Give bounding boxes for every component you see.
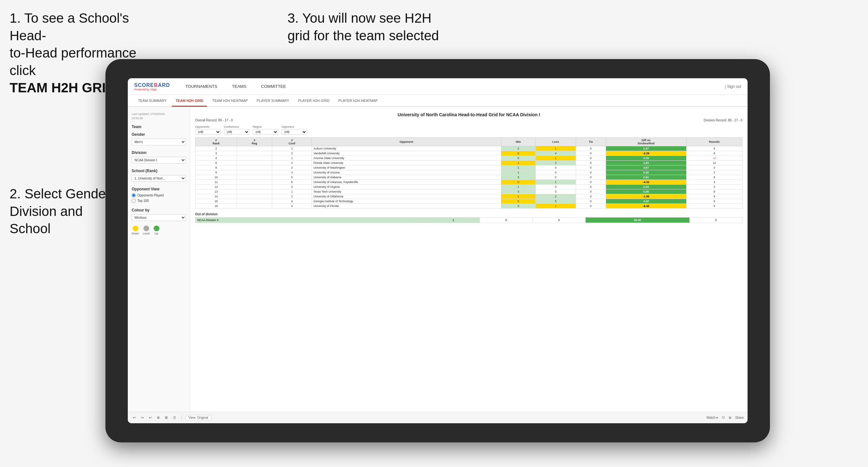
row-conf: 1	[272, 189, 312, 194]
row-reg	[237, 151, 272, 156]
annotation-3: 3. You will now see H2H grid for the tea…	[287, 9, 466, 44]
out-div-row: NCAA Division II 1 0 0 26.00 3	[195, 218, 742, 223]
colour-up: Up	[154, 225, 159, 235]
row-reg	[237, 180, 272, 185]
radio-top100[interactable]: Top 100	[132, 199, 186, 203]
row-diff: 2.33	[606, 185, 686, 189]
row-conf: 2	[272, 161, 312, 165]
row-loss: 5	[535, 199, 576, 204]
row-rounds: 2	[686, 170, 742, 175]
row-diff: 1.67	[606, 146, 686, 151]
row-win: 1	[501, 194, 535, 199]
toolbar-back[interactable]: ↩	[148, 415, 153, 421]
row-rounds: 17	[686, 156, 742, 161]
tab-team-summary[interactable]: TEAM SUMMARY	[134, 95, 170, 107]
data-records: Overall Record: 89 - 17 - 0 Division Rec…	[195, 119, 742, 122]
region-filter-select[interactable]: (All)	[253, 129, 278, 135]
opponent-filter-select[interactable]: (All)	[281, 129, 307, 135]
toolbar-clock[interactable]: ⏱	[172, 415, 178, 421]
row-tie: 0	[576, 161, 606, 165]
filter-conference: Conference (All)	[224, 125, 249, 135]
nav-teams[interactable]: TEAMS	[229, 78, 249, 95]
row-tie: 0	[576, 204, 606, 209]
school-select[interactable]: 1. University of Nort...	[132, 175, 186, 182]
toolbar-add[interactable]: ⊕	[156, 415, 161, 421]
row-win: 1	[501, 161, 535, 165]
tab-team-h2h-heatmap[interactable]: TEAM H2H HEATMAP	[208, 95, 251, 107]
row-diff: 2.29	[606, 156, 686, 161]
row-diff: 3.67	[606, 165, 686, 170]
filter-opponent: Opponent (All)	[281, 125, 307, 135]
row-rank: 6	[195, 161, 237, 165]
gender-select[interactable]: Men's	[132, 138, 186, 145]
row-opponent: University of Virginia	[312, 185, 501, 189]
nav-tournaments[interactable]: TOURNAMENTS	[183, 78, 220, 95]
row-opponent: University of Arkansas, Fayetteville	[312, 180, 501, 185]
toolbar-icon2[interactable]: ⊞	[729, 416, 731, 419]
toolbar-icon1[interactable]: 🗨	[722, 416, 725, 419]
row-loss: 0	[535, 165, 576, 170]
table-row: 9 3 University of Arizona 1 0 0 9.00 2	[195, 170, 742, 175]
row-rounds: 9	[686, 189, 742, 194]
row-rounds: 9	[686, 146, 742, 151]
colour-down: Down	[132, 225, 139, 235]
opponents-filter-select[interactable]: (All)	[195, 129, 221, 135]
sidebar-colour-by-label: Colour by	[132, 208, 186, 212]
row-opponent: Arizona State University	[312, 156, 501, 161]
tablet-device: SCOREBARD Powered by clippi TOURNAMENTS …	[105, 59, 770, 442]
th-rounds: Rounds	[686, 138, 742, 146]
toolbar-view-btn[interactable]: View: Original	[186, 415, 211, 421]
row-loss: 1	[535, 156, 576, 161]
row-diff: 1.83	[606, 161, 686, 165]
logo-text: SCOREBARD	[134, 82, 170, 89]
row-conf: 3	[272, 204, 312, 209]
nav-committee[interactable]: COMMITTEE	[258, 78, 288, 95]
row-opponent: University of Florida	[312, 204, 501, 209]
table-row: 14 2 University of Oklahoma 1 2 0 -1.00 …	[195, 194, 742, 199]
row-rank: 4	[195, 156, 237, 161]
conference-filter-select[interactable]: (All)	[224, 129, 249, 135]
row-reg	[237, 175, 272, 180]
toolbar-share-btn[interactable]: Share	[735, 416, 744, 419]
sign-out-link[interactable]: | Sign out	[725, 84, 742, 89]
data-area: University of North Carolina Head-to-Hea…	[190, 107, 748, 412]
row-conf: 2	[272, 151, 312, 156]
table-row: 4 1 Arizona State University 5 1 0 2.29 …	[195, 156, 742, 161]
toolbar-redo[interactable]: ↪	[140, 415, 145, 421]
row-rank: 16	[195, 204, 237, 209]
table-row: 15 4 Georgia Institute of Technology 0 5…	[195, 199, 742, 204]
th-conf: #Conf	[272, 138, 312, 146]
row-rank: 2	[195, 146, 237, 151]
out-of-division-label: Out of division	[195, 212, 742, 216]
radio-opponents-played[interactable]: Opponents Played	[132, 193, 186, 197]
row-loss: 0	[535, 175, 576, 180]
row-tie: 0	[576, 189, 606, 194]
row-tie: 0	[576, 170, 606, 175]
toolbar-undo[interactable]: ↩	[132, 415, 137, 421]
toolbar-right: Watch ▾ 🗨 ⊞ Share	[707, 416, 744, 419]
row-loss: 1	[535, 204, 576, 209]
row-rounds: 9	[686, 204, 742, 209]
th-reg: #Reg	[237, 138, 272, 146]
top-nav: SCOREBARD Powered by clippi TOURNAMENTS …	[128, 78, 748, 95]
tab-player-summary[interactable]: PLAYER SUMMARY	[253, 95, 293, 107]
row-tie: 0	[576, 156, 606, 161]
filter-row: Opponents: (All) Conference (All) Region	[195, 125, 742, 135]
division-select[interactable]: NCAA Division I	[132, 157, 186, 163]
row-conf: 2	[272, 165, 312, 170]
filter-region: Region (All)	[253, 125, 278, 135]
tab-player-h2h-heatmap[interactable]: PLAYER H2H HEATMAP	[335, 95, 381, 107]
tab-player-h2h-grid[interactable]: PLAYER H2H GRID	[294, 95, 333, 107]
colour-by-select[interactable]: Win/loss	[132, 214, 186, 221]
toolbar-watch-btn[interactable]: Watch ▾	[707, 416, 718, 419]
th-loss: Loss	[535, 138, 576, 146]
tab-team-h2h-grid[interactable]: TEAM H2H GRID	[172, 95, 207, 107]
toolbar-grid[interactable]: ⊞	[163, 415, 169, 421]
main-content: Last Updated: 27/03/2024 16:55:38 Team G…	[128, 107, 748, 412]
row-rounds: 8	[686, 175, 742, 180]
row-conf: 4	[272, 199, 312, 204]
row-reg	[237, 189, 272, 194]
row-win: 0	[501, 199, 535, 204]
out-div-tie: 0	[532, 218, 585, 223]
row-rounds: 12	[686, 161, 742, 165]
